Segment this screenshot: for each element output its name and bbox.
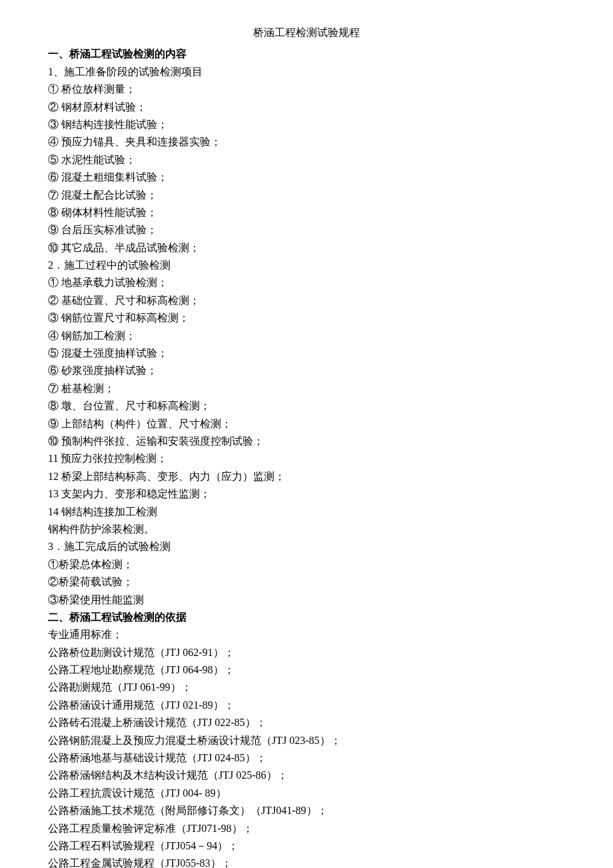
list-item: ③桥梁使用性能监测 [48,591,565,609]
list-item: 公路桥位勘测设计规范（JTJ 062-91）； [48,644,565,661]
list-item: 11 预应力张拉控制检测； [48,450,565,467]
list-item: ⑨ 上部结构（构件）位置、尺寸检测； [48,415,565,433]
list-item: 13 支架内力、变形和稳定性监测； [48,485,565,503]
list-item: ③ 钢结构连接性能试验； [48,116,565,133]
list-item: 公路勘测规范（JTJ 061-99）； [48,679,565,696]
list-item: ⑧ 砌体材料性能试验； [48,204,565,221]
list-item: 公路桥涵钢结构及木结构设计规范（JTJ 025-86）； [48,767,565,784]
list-item: ⑧ 墩、台位置、尺寸和标高检测； [48,397,565,415]
list-item: ④ 钢筋加工检测； [48,327,565,345]
list-item: ⑤ 水泥性能试验； [48,151,565,169]
list-item: ⑥ 混凝土粗细集料试验； [48,169,565,186]
list-item: ⑦ 桩基检测； [48,380,565,397]
list-item: ③ 钢筋位置尺寸和标高检测； [48,309,565,327]
list-item: ⑦ 混凝土配合比试验； [48,187,565,204]
section1-sub2: 2．施工过程中的试验检测 [48,257,565,274]
list-item: ② 钢材原材料试验； [48,99,565,116]
section1-sub1: 1、施工准备阶段的试验检测项目 [48,63,565,81]
list-item: 12 桥梁上部结构标高、变形、内力（应力）监测； [48,468,565,485]
list-item: 公路桥涵施工技术规范（附局部修订条文）（JTJ041-89）； [48,802,565,819]
list-item: ②桥梁荷载试验； [48,573,565,591]
list-item: ①桥梁总体检测； [48,556,565,573]
list-item: 公路桥涵地基与基础设计规范（JTJ 024-85）； [48,749,565,767]
document-title: 桥涵工程检测试验规程 [48,24,565,41]
list-item: 公路工程抗震设计规范（JTJ 004- 89） [48,785,565,802]
list-item: ⑤ 混凝土强度抽样试验； [48,345,565,362]
list-item: ④ 预应力锚具、夹具和连接器实验； [48,133,565,151]
list-item: ⑩ 预制构件张拉、运输和安装强度控制试验； [48,433,565,450]
section1-heading: 一、桥涵工程试验检测的内容 [48,45,565,63]
list-item: 钢构件防护涂装检测。 [48,521,565,538]
list-item: 公路工程石料试验规程（JTJ054－94）； [48,837,565,855]
list-item: ⑨ 台后压实标准试验； [48,221,565,239]
list-item: 专业通用标准； [48,626,565,643]
list-item: 公路钢筋混凝上及预应力混凝土桥涵设计规范（JTJ 023-85）； [48,732,565,749]
list-item: 公路工程金属试验规程（JTJ055-83）； [48,855,565,868]
section1-sub3: 3．施工完成后的试验检测 [48,538,565,555]
list-item: 公路桥涵设计通用规范（JTJ 021-89）； [48,697,565,714]
list-item: ① 地基承载力试验检测； [48,274,565,291]
list-item: 公路工程质量检验评定标准（JTJ071-98）； [48,820,565,837]
list-item: 公路砖石混凝上桥涵设计规范（JTJ 022-85）； [48,714,565,731]
list-item: ② 基础位置、尺寸和标高检测； [48,292,565,309]
list-item: 公路工程地址勘察规范（JTJ 064-98）； [48,661,565,679]
list-item: 14 钢结构连接加工检测 [48,503,565,521]
section2-heading: 二、桥涵工程试验检测的依据 [48,609,565,626]
list-item: ① 桥位放样测量； [48,81,565,98]
list-item: ⑩ 其它成品、半成品试验检测； [48,239,565,257]
list-item: ⑥ 砂浆强度抽样试验； [48,362,565,379]
